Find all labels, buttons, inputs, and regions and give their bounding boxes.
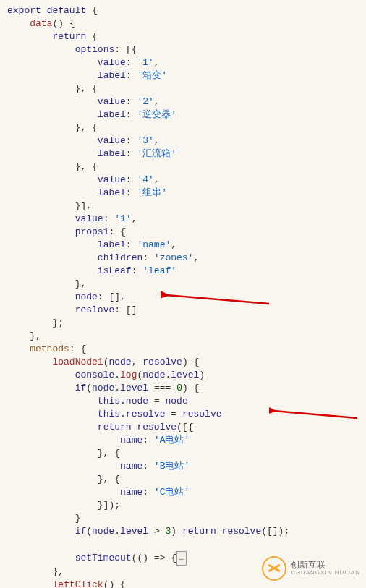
watermark-subtitle: CHUANGXIN HULIAN [291, 570, 360, 576]
code-block: export default { data() { return { optio… [7, 4, 359, 588]
watermark-logo-icon [262, 556, 286, 581]
watermark: 创新互联 CHUANGXIN HULIAN [262, 556, 360, 581]
collapsed-marker-icon: … [176, 551, 187, 566]
